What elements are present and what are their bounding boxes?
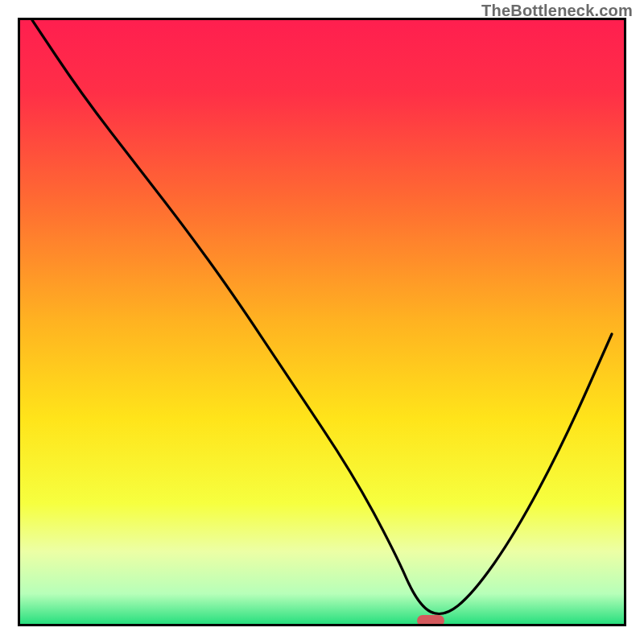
figure-canvas: TheBottleneck.com (0, 0, 644, 644)
plot-area (18, 18, 626, 626)
mismatch-curve-path (32, 20, 612, 614)
curve-layer (20, 20, 624, 624)
optimum-marker (417, 615, 444, 626)
